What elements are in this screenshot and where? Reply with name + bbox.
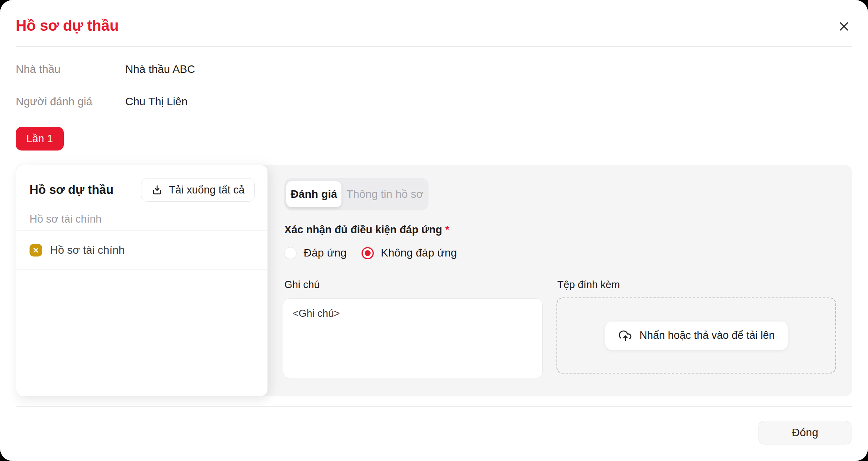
required-asterisk: * bbox=[445, 224, 450, 236]
close-icon bbox=[837, 20, 851, 33]
cloud-upload-icon bbox=[618, 328, 633, 343]
radio-label: Không đáp ứng bbox=[381, 247, 457, 259]
upload-button-label: Nhấn hoặc thả vào để tải lên bbox=[640, 329, 775, 342]
dialog-title: Hồ sơ dự thầu bbox=[16, 17, 119, 35]
documents-card-header: Hồ sơ dự thầu Tải xuống tất cả bbox=[30, 178, 255, 202]
contractor-row: Nhà thầu Nhà thầu ABC bbox=[16, 62, 195, 77]
attachments-label: Tệp đính kèm bbox=[557, 279, 620, 291]
documents-card-title: Hồ sơ dự thầu bbox=[30, 183, 113, 197]
radio-unselected-icon bbox=[284, 247, 297, 259]
close-dialog-button[interactable] bbox=[836, 19, 851, 34]
detail-tabs: Đánh giá Thông tin hồ sơ bbox=[284, 178, 428, 210]
radio-selected-icon bbox=[362, 247, 374, 259]
bid-documents-dialog: Hồ sơ dự thầu Nhà thầu Nhà thầu ABC Ngườ… bbox=[0, 0, 868, 461]
header-divider bbox=[16, 46, 852, 47]
radio-option-khong-dap-ung[interactable]: Không đáp ứng bbox=[362, 247, 457, 259]
tab-thong-tin-ho-so[interactable]: Thông tin hồ sơ bbox=[341, 188, 428, 201]
radio-dot bbox=[365, 250, 371, 256]
contractor-value: Nhà thầu ABC bbox=[125, 63, 195, 76]
eligibility-question: Xác nhận đủ điều kiện đáp ứng* bbox=[284, 224, 449, 236]
evaluator-label: Người đánh giá bbox=[16, 95, 125, 108]
content-panel: Hồ sơ dự thầu Tải xuống tất cả Hồ sơ tài… bbox=[16, 165, 852, 396]
document-list-item[interactable]: Hồ sơ tài chính bbox=[16, 231, 267, 270]
file-dropzone[interactable]: Nhấn hoặc thả vào để tải lên bbox=[556, 297, 836, 374]
document-group-label: Hồ sơ tài chính bbox=[30, 213, 102, 225]
rejected-status-icon bbox=[30, 244, 42, 257]
note-textarea[interactable]: <Ghi chú> bbox=[283, 298, 543, 378]
eligibility-question-label: Xác nhận đủ điều kiện đáp ứng bbox=[284, 224, 442, 236]
close-footer-button[interactable]: Đóng bbox=[759, 421, 851, 444]
contractor-label: Nhà thầu bbox=[16, 63, 125, 76]
download-all-label: Tải xuống tất cả bbox=[169, 184, 245, 196]
footer-divider bbox=[16, 406, 852, 407]
screen: Hồ sơ dự thầu Nhà thầu Nhà thầu ABC Ngườ… bbox=[0, 0, 868, 461]
note-label: Ghi chú bbox=[284, 279, 320, 291]
download-all-button[interactable]: Tải xuống tất cả bbox=[141, 178, 255, 202]
eligibility-radio-group: Đáp ứng Không đáp ứng bbox=[284, 245, 457, 261]
tab-danh-gia[interactable]: Đánh giá bbox=[286, 181, 341, 207]
upload-button[interactable]: Nhấn hoặc thả vào để tải lên bbox=[605, 322, 788, 350]
evaluator-value: Chu Thị Liên bbox=[125, 95, 187, 108]
document-item-label: Hồ sơ tài chính bbox=[50, 244, 125, 257]
round-badge: Lần 1 bbox=[16, 127, 64, 151]
radio-label: Đáp ứng bbox=[304, 247, 347, 259]
radio-option-dap-ung[interactable]: Đáp ứng bbox=[284, 247, 347, 259]
evaluator-row: Người đánh giá Chu Thị Liên bbox=[16, 94, 187, 109]
card-divider bbox=[16, 270, 267, 270]
download-icon bbox=[151, 184, 163, 196]
documents-card: Hồ sơ dự thầu Tải xuống tất cả Hồ sơ tài… bbox=[16, 165, 268, 396]
